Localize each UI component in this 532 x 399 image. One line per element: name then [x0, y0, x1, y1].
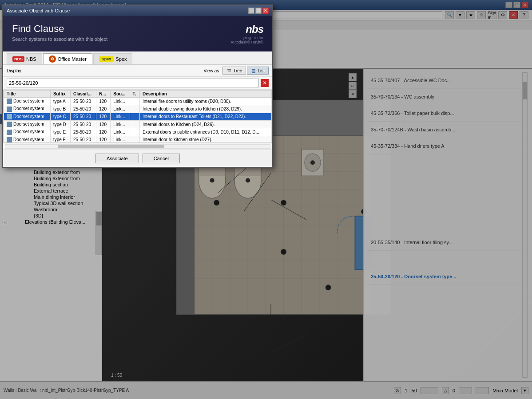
svg-rect-66 [252, 72, 255, 73]
spex-tab-icon: Spex [99, 56, 114, 62]
nbs-subtext: plug - in for [230, 36, 263, 40]
svg-rect-64 [252, 69, 255, 70]
list-view-btn[interactable]: List [247, 67, 269, 75]
nbs-tab-label: NBS [26, 56, 36, 62]
results-table: Title Suffix Classif... N... Sou... T. D… [4, 90, 272, 143]
col-title[interactable]: Title [4, 91, 51, 98]
modal-maximize-btn[interactable]: □ [255, 8, 262, 14]
row-icon-5 [7, 137, 12, 142]
results-table-container: Title Suffix Classif... N... Sou... T. D… [3, 90, 272, 143]
table-row-selected[interactable]: Doorset system type C25-50-20120Link... … [4, 113, 272, 120]
revit-window: Autodesk Revit 2014 - [3D Views: Accessi… [0, 0, 532, 399]
col-source[interactable]: Sou... [111, 91, 130, 98]
col-n[interactable]: N... [96, 91, 111, 98]
om-tab-icon: ⚙ [49, 55, 56, 63]
modal-footer: Associate Cancel [3, 150, 272, 167]
col-suffix[interactable]: Suffix [50, 91, 70, 98]
list-btn-label: List [258, 68, 265, 73]
table-hscrollbar[interactable] [5, 144, 270, 149]
col-classif[interactable]: Classif... [71, 91, 96, 98]
table-row[interactable]: Doorset system type B25-50-20120Link... … [4, 105, 272, 113]
svg-rect-65 [252, 71, 255, 71]
svg-rect-62 [228, 71, 231, 71]
col-t[interactable]: T. [130, 91, 139, 98]
table-row[interactable]: Doorset system type F25-50-20120Link... … [4, 136, 272, 143]
svg-rect-61 [227, 69, 231, 70]
spex-tab-label: Spex [115, 56, 127, 62]
modal-minimize-btn[interactable]: — [248, 8, 254, 14]
modal-close-btn[interactable]: ✕ [262, 8, 269, 14]
table-row[interactable]: Doorset system type A25-50-20120Link... … [4, 98, 272, 105]
row-icon-2 [7, 114, 12, 119]
col-description[interactable]: Description [139, 91, 271, 98]
tree-view-btn[interactable]: Tree [222, 67, 246, 75]
tree-btn-label: Tree [233, 68, 242, 73]
table-row[interactable]: Doorset system type E25-50-20120Link... … [4, 128, 272, 136]
display-label: Display [7, 68, 21, 73]
view-toolbar: Display View as Tree List [3, 65, 272, 77]
modal-body: NBS NBS ⚙ Office Master Spex Spex [3, 51, 272, 150]
nbs-tab-icon: NBS [12, 56, 24, 62]
view-buttons: Tree List [222, 67, 269, 75]
modal-find-clause-title: Find Clause [12, 23, 107, 35]
modal-tab-nbs[interactable]: NBS NBS [7, 53, 42, 64]
om-tab-label: Office Master [58, 56, 87, 62]
filter-bar: ✕ [3, 77, 272, 90]
table-row[interactable]: Doorset system type D25-50-20120Link... … [4, 121, 272, 128]
modal-title-bar: Associate Object with Clause — □ ✕ [3, 5, 272, 16]
filter-clear-btn[interactable]: ✕ [261, 79, 269, 87]
modal-tab-spex[interactable]: Spex Spex [93, 53, 133, 64]
modal-dialog: Associate Object with Clause — □ ✕ Find … [2, 4, 273, 168]
nbs-platform: Autodesk® Revit® [230, 40, 263, 44]
row-icon-0 [7, 99, 12, 104]
modal-overlay: Associate Object with Clause — □ ✕ Find … [0, 0, 532, 399]
modal-nav-tabs: NBS NBS ⚙ Office Master Spex Spex [3, 51, 272, 65]
table-hscroll-thumb[interactable] [58, 145, 164, 148]
nbs-logo: nbs [230, 23, 263, 36]
view-as-label: View as [203, 68, 219, 73]
row-icon-3 [7, 122, 12, 127]
row-icon-1 [7, 107, 12, 112]
associate-btn[interactable]: Associate [95, 154, 139, 163]
modal-tab-office-master[interactable]: ⚙ Office Master [43, 53, 92, 64]
modal-subtitle: Search systems to associate with this ob… [12, 36, 107, 42]
filter-input[interactable] [7, 79, 259, 87]
modal-buttons: Associate Cancel [7, 154, 269, 163]
cancel-btn[interactable]: Cancel [143, 154, 180, 163]
modal-header: Find Clause Search systems to associate … [3, 16, 272, 51]
modal-title-text: Associate Object with Clause [7, 8, 70, 13]
row-icon-4 [7, 130, 12, 135]
